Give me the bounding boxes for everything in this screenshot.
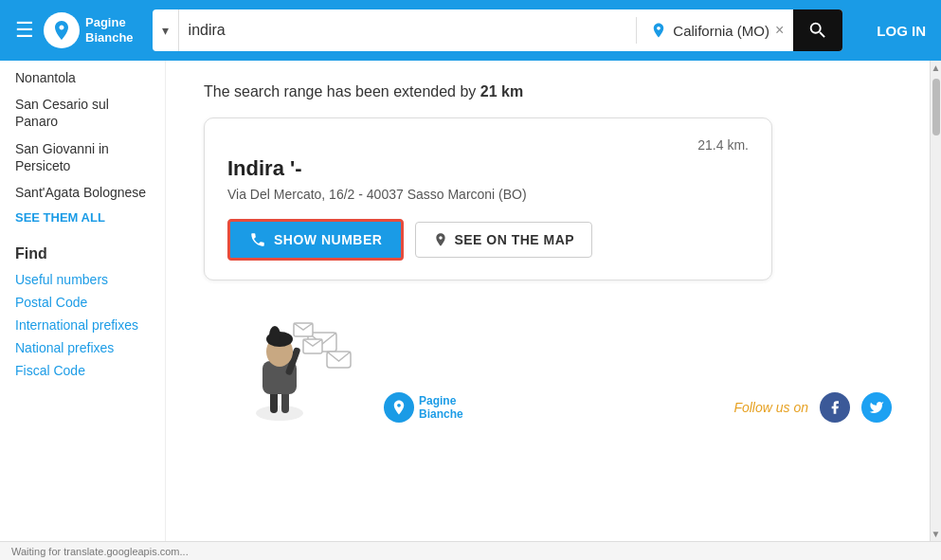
sidebar-link-national-prefixes[interactable]: National prefixes	[0, 336, 165, 359]
header: ☰ Pagine Bianche ▾ California (MO) ×	[0, 0, 941, 61]
find-section-title: Find	[0, 236, 165, 268]
result-name: Indira '-	[227, 156, 749, 181]
illustration	[204, 318, 374, 423]
show-number-button[interactable]: SHOW NUMBER	[227, 219, 404, 261]
svg-point-0	[256, 406, 303, 421]
location-icon	[650, 22, 667, 39]
search-input[interactable]	[189, 22, 624, 39]
footer-left: Pagine Bianche	[204, 318, 463, 423]
result-address: Via Del Mercato, 16/2 - 40037 Sasso Marc…	[227, 187, 749, 202]
search-button[interactable]	[793, 9, 842, 51]
dropdown-arrow-icon: ▾	[162, 23, 169, 38]
location-value: California (MO)	[673, 23, 769, 39]
twitter-icon[interactable]	[861, 392, 892, 423]
footer-row: Pagine Bianche Follow us on	[204, 318, 892, 423]
hamburger-icon[interactable]: ☰	[15, 18, 34, 43]
search-type-dropdown[interactable]: ▾	[153, 9, 179, 51]
svg-point-7	[269, 326, 280, 345]
sidebar-city-nonantola[interactable]: Nonantola	[0, 64, 165, 91]
footer-right: Follow us on	[733, 392, 892, 423]
logo-icon	[44, 12, 80, 48]
see-all-link[interactable]: SEE THEM ALL	[0, 206, 165, 236]
search-bar: ▾ California (MO) ×	[153, 9, 843, 51]
see-on-map-button[interactable]: SEE ON THE MAP	[415, 222, 592, 258]
scroll-up-arrow[interactable]: ▲	[930, 61, 941, 75]
sidebar-city-san-cesario[interactable]: San Cesario sul Panaro	[0, 91, 165, 135]
status-text: Waiting for translate.googleapis.com...	[11, 546, 189, 557]
sidebar: Nonantola San Cesario sul Panaro San Gio…	[0, 61, 166, 541]
status-bar: Waiting for translate.googleapis.com...	[0, 541, 941, 560]
scrollbar[interactable]: ▲ ▼	[930, 61, 941, 541]
search-divider	[636, 17, 637, 44]
footer-logo-icon	[384, 392, 414, 423]
logo[interactable]: Pagine Bianche	[44, 12, 134, 48]
map-pin-icon	[433, 232, 448, 247]
search-range-notice: The search range has been extended by 21…	[204, 83, 892, 100]
result-card-header: 21.4 km.	[227, 137, 749, 153]
result-distance: 21.4 km.	[697, 137, 749, 153]
sidebar-city-san-giovanni[interactable]: San Giovanni in Persiceto	[0, 135, 165, 179]
content-area: The search range has been extended by 21…	[166, 61, 930, 541]
scroll-down-arrow[interactable]: ▼	[930, 527, 941, 541]
search-icon	[807, 20, 828, 41]
sidebar-link-fiscal-code[interactable]: Fiscal Code	[0, 359, 165, 382]
main-layout: Nonantola San Cesario sul Panaro San Gio…	[0, 61, 941, 541]
phone-icon	[249, 231, 266, 248]
follow-us-text: Follow us on	[733, 400, 808, 415]
result-actions: SHOW NUMBER SEE ON THE MAP	[227, 219, 749, 261]
scroll-thumb[interactable]	[932, 79, 940, 135]
login-button[interactable]: LOG IN	[877, 23, 926, 39]
sidebar-link-useful-numbers[interactable]: Useful numbers	[0, 268, 165, 291]
sidebar-link-postal-code[interactable]: Postal Code	[0, 291, 165, 314]
location-wrap: California (MO) ×	[641, 22, 793, 39]
facebook-icon[interactable]	[820, 392, 850, 423]
sidebar-city-santagata[interactable]: Sant'Agata Bolognese	[0, 179, 165, 206]
search-input-wrap	[179, 22, 633, 39]
result-card: 21.4 km. Indira '- Via Del Mercato, 16/2…	[204, 117, 772, 280]
location-clear-button[interactable]: ×	[775, 22, 784, 39]
logo-text: Pagine Bianche	[85, 15, 134, 45]
footer-logo[interactable]: Pagine Bianche	[384, 392, 463, 423]
sidebar-link-intl-prefixes[interactable]: International prefixes	[0, 314, 165, 336]
